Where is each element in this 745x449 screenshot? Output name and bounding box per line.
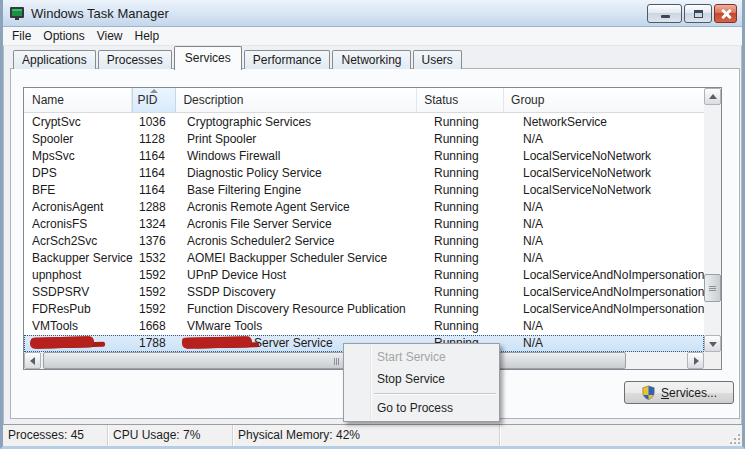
cell-desc: Acronis Remote Agent Service — [180, 199, 427, 216]
cell-text: Function Discovery Resource Publication — [187, 302, 406, 316]
cell-pid: 1592 — [135, 301, 180, 318]
cell-pid: 1288 — [135, 199, 180, 216]
cell-text: 1788 — [139, 336, 166, 350]
cell-desc: AOMEI Backupper Scheduler Service — [180, 250, 427, 267]
tab-users[interactable]: Users — [413, 50, 462, 69]
cell-name: AcronisFS — [24, 216, 135, 233]
column-header-pid[interactable]: PID — [132, 88, 176, 112]
cell-text: AOMEI Backupper Scheduler Service — [187, 251, 387, 265]
cell-name: CryptSvc — [24, 114, 135, 131]
table-row[interactable]: FDResPub1592Function Discovery Resource … — [24, 301, 704, 318]
cell-desc: VMware Tools — [180, 318, 427, 335]
cell-text: BFE — [32, 183, 55, 197]
menu-item-stop-service[interactable]: Stop Service — [345, 368, 498, 390]
status-processes: Processes: 45 — [3, 425, 108, 446]
column-header-status[interactable]: Status — [417, 88, 504, 112]
cell-text: Running — [434, 183, 479, 197]
tab-services[interactable]: Services — [174, 46, 242, 70]
table-row[interactable]: Backupper Service1532AOMEI Backupper Sch… — [24, 250, 704, 267]
cell-status: Running — [427, 165, 516, 182]
cell-text: LocalServiceAndNoImpersonation — [523, 302, 704, 316]
cell-status: Running — [427, 318, 516, 335]
horizontal-scroll-thumb[interactable] — [43, 352, 626, 369]
resize-grip[interactable] — [728, 432, 740, 444]
minimize-button[interactable] — [647, 4, 682, 23]
table-row[interactable]: BFE1164Base Filtering EngineRunningLocal… — [24, 182, 704, 199]
tab-processes[interactable]: Processes — [98, 50, 172, 69]
table-row[interactable]: AcronisFS1324Acronis File Server Service… — [24, 216, 704, 233]
cell-pid: 1788 — [135, 335, 180, 352]
menu-item-start-service[interactable]: Start Service — [345, 346, 498, 368]
window-title: Windows Task Manager — [31, 6, 169, 21]
status-physical-memory: Physical Memory: 42% — [233, 425, 500, 446]
cell-text: AcronisFS — [32, 217, 87, 231]
table-row[interactable]: AcrSch2Svc1376Acronis Scheduler2 Service… — [24, 233, 704, 250]
cell-desc: Cryptographic Services — [180, 114, 427, 131]
tab-networking[interactable]: Networking — [332, 50, 410, 69]
scroll-up-button[interactable] — [704, 88, 721, 105]
tab-strip: ApplicationsProcessesServicesPerformance… — [13, 46, 734, 69]
table-row[interactable]: AcronisAgent1288Acronis Remote Agent Ser… — [24, 199, 704, 216]
menu-options[interactable]: Options — [37, 27, 90, 45]
cell-text: 1288 — [139, 200, 166, 214]
table-row[interactable]: upnphost1592UPnP Device HostRunningLocal… — [24, 267, 704, 284]
cell-text: LocalServiceAndNoImpersonation — [523, 268, 704, 282]
cell-pid: 1592 — [135, 267, 180, 284]
column-header-description[interactable]: Description — [176, 88, 417, 112]
cell-text: Server Service — [254, 336, 333, 350]
table-row[interactable]: VMTools1668VMware ToolsRunningN/A — [24, 318, 704, 335]
cell-name: AcrSch2Svc — [24, 233, 135, 250]
cell-desc: SSDP Discovery — [180, 284, 427, 301]
table-row[interactable]: MpsSvc1164Windows FirewallRunningLocalSe… — [24, 148, 704, 165]
scroll-right-button[interactable] — [687, 352, 704, 369]
scroll-down-button[interactable] — [704, 335, 721, 352]
cell-text: Acronis Scheduler2 Service — [187, 234, 334, 248]
status-filler — [500, 425, 742, 446]
table-row[interactable]: SSDPSRV1592SSDP DiscoveryRunningLocalSer… — [24, 284, 704, 301]
cell-pid: 1164 — [135, 165, 180, 182]
services-button[interactable]: Services... — [624, 381, 734, 404]
cell-text: 1164 — [139, 183, 165, 197]
redaction-scribble — [182, 336, 252, 348]
tab-performance[interactable]: Performance — [244, 50, 331, 69]
vertical-scroll-thumb[interactable] — [704, 274, 721, 302]
cell-text: 1592 — [139, 285, 166, 299]
table-row[interactable]: CryptSvc1036Cryptographic ServicesRunnin… — [24, 114, 704, 131]
vertical-scrollbar[interactable] — [704, 88, 721, 352]
cell-name: DPS — [24, 165, 135, 182]
cell-text: Running — [434, 217, 479, 231]
cell-status: Running — [427, 148, 516, 165]
menu-view[interactable]: View — [91, 27, 129, 45]
cell-text: Running — [434, 319, 479, 333]
cell-status: Running — [427, 182, 516, 199]
cell-text: Running — [434, 200, 479, 214]
cell-text: DPS — [32, 166, 57, 180]
cell-text: Base Filtering Engine — [187, 183, 301, 197]
maximize-button[interactable] — [684, 4, 712, 23]
title-bar[interactable]: Windows Task Manager — [3, 0, 742, 27]
task-manager-window: Windows Task Manager FileOptionsViewHelp… — [0, 0, 745, 449]
cell-text: Running — [434, 302, 479, 316]
cell-group: N/A — [516, 199, 704, 216]
cell-text: AcronisAgent — [32, 200, 103, 214]
menu-help[interactable]: Help — [129, 27, 166, 45]
menu-item-go-to-process[interactable]: Go to Process — [345, 397, 498, 419]
cell-group: LocalServiceAndNoImpersonation — [516, 267, 704, 284]
tab-applications[interactable]: Applications — [13, 50, 96, 69]
scroll-left-button[interactable] — [24, 352, 41, 369]
cell-text: N/A — [523, 132, 543, 146]
column-header-group[interactable]: Group — [504, 88, 704, 112]
menu-file[interactable]: File — [6, 27, 37, 45]
cell-group: N/A — [516, 233, 704, 250]
table-row[interactable]: Spooler1128Print SpoolerRunningN/A — [24, 131, 704, 148]
table-row[interactable]: DPS1164Diagnostic Policy ServiceRunningL… — [24, 165, 704, 182]
cell-status: Running — [427, 216, 516, 233]
cell-text: LocalServiceNoNetwork — [523, 166, 651, 180]
cell-name: MpsSvc — [24, 148, 135, 165]
column-header-name[interactable]: Name — [24, 88, 132, 112]
status-bar: Processes: 45 CPU Usage: 7% Physical Mem… — [3, 424, 742, 446]
close-button[interactable] — [714, 4, 737, 23]
cell-text: Spooler — [32, 132, 73, 146]
cell-desc: Print Spooler — [180, 131, 427, 148]
services-button-label: Services... — [661, 386, 717, 400]
